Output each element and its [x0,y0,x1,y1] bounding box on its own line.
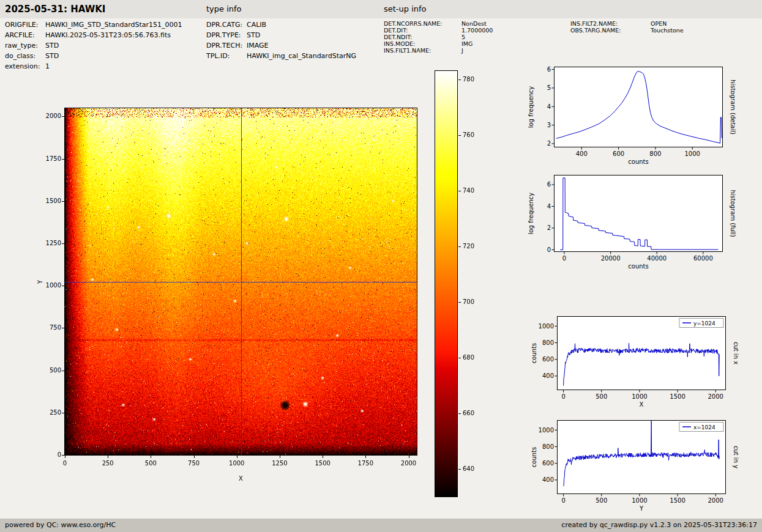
x-axis-label: X [65,475,417,482]
metadata-label: OBS.TARG.NAME: [570,27,651,34]
metadata-value: IMAGE [247,42,269,50]
y-tick-label: 800 [542,443,554,450]
metadata-value: 1 [45,62,50,70]
metadata-row: ARCFILE:HAWKI.2025-05-31T23:05:56.763.fi… [5,31,182,42]
y-tick-label: 3 [547,122,551,128]
metadata-label: extension: [5,62,45,70]
x-tick-label: 2000 [708,393,723,400]
x-tick-mark [65,456,65,458]
y-tick-mark [62,286,64,286]
cut_y-svg: 05001000150020004006008001000Ycountscut … [557,420,726,494]
x-tick-mark [365,456,366,458]
x-tick-label: 250 [95,460,120,467]
x-tick-label: 2000 [397,460,421,467]
colorbar-tick-label: 760 [463,131,474,138]
metadata-row: DET.NCORRS.NAME:NonDest [384,20,493,27]
colorbar-tick-mark [458,358,461,358]
type-info-heading: type info [206,0,242,18]
y-tick-mark [62,455,64,456]
metadata-label: DPR.TYPE: [206,31,247,39]
metadata-value: STD [45,52,59,60]
y-tick-label: 1750 [38,155,61,162]
y-tick-label: 5 [547,84,551,91]
metadata-value: HAWKI_img_cal_StandardStarNG [247,52,356,60]
right-axis-label: cut in y [733,446,739,468]
metadata-row: DPR.TECH:IMAGE [206,42,356,52]
metadata-row: extension:1 [5,62,182,73]
x-tick-label: 500 [596,497,607,504]
x-axis-label: Y [639,505,644,512]
x-tick-label: 60000 [693,255,713,262]
metadata-row: DET.DIT:1.7000000 [384,27,493,34]
y-tick-label: 1000 [539,427,554,434]
metadata-row: TPL.ID:HAWKI_img_cal_StandardStarNG [206,52,356,62]
metadata-value: HAWKI_IMG_STD_StandardStar151_0001 [45,21,182,29]
y-tick-mark [62,243,64,244]
metadata-row: ORIGFILE:HAWKI_IMG_STD_StandardStar151_0… [5,21,182,31]
y-tick-label: 2000 [38,113,61,119]
cut-in-y-chart: 05001000150020004006008001000Ycountscut … [557,420,726,494]
x-tick-mark [108,456,108,458]
page-title: 2025-05-31: HAWKI [5,0,105,18]
y-tick-label: 2 [547,224,551,231]
metadata-label: ORIGFILE: [5,21,45,29]
legend-label: y=1024 [693,320,715,327]
right-axis-label: histogram (full) [730,190,736,237]
y-tick-label: 750 [38,324,61,331]
y-tick-label: 1250 [38,240,61,246]
y-axis-label: counts [531,343,537,363]
colorbar-tick-mark [458,191,461,191]
footer-bar: powered by QC: www.eso.org/HC created by… [0,519,762,532]
x-tick-label: 750 [182,460,206,467]
x-tick-label: 0 [561,393,565,400]
metadata-value: HAWKI.2025-05-31T23:05:56.763.fits [45,31,171,39]
y-tick-label: 2 [547,140,551,147]
metadata-row: do_class:STD [5,52,182,62]
metadata-row: DPR.TYPE:STD [206,31,356,42]
metadata-value: STD [45,42,59,50]
metadata-label: INS.FILT2.NAME: [570,20,651,27]
cut-in-x-chart: 05001000150020004006008001000Xcountscut … [557,316,726,390]
metadata-value: STD [247,31,260,39]
metadata-value: J [461,47,463,54]
footer-created-by: created by qc_rawdisp.py v1.2.3 on 2025-… [561,519,757,532]
y-tick-label: 6 [547,66,551,73]
x-tick-label: 1500 [310,460,335,467]
metadata-label: DET.NCORRS.NAME: [384,20,461,27]
metadata-label: INS.MODE: [384,40,461,47]
y-tick-label: 600 [542,356,554,363]
right-axis-label: cut in x [733,342,739,364]
y-tick-label: 400 [542,476,554,483]
metadata-label: INS.FILT1.NAME: [384,47,461,54]
colorbar-tick-mark [458,413,461,414]
legend-label: x=1024 [693,424,715,430]
colorbar-tick-mark [458,246,461,247]
x-tick-label: 2000 [708,497,723,504]
metadata-label: TPL.ID: [206,52,247,60]
cut_x-svg: 05001000150020004006008001000Xcountscut … [557,316,726,390]
qc-report-page: 2025-05-31: HAWKI type info set-up info … [0,0,762,532]
x-tick-label: 800 [649,150,661,157]
colorbar-tick-mark [458,469,461,470]
x-tick-label: 1000 [225,460,249,467]
footer-powered-by: powered by QC: www.eso.org/HC [5,519,116,532]
colorbar-tick-label: 740 [463,187,474,194]
y-axis-label: counts [531,447,537,467]
y-axis-label: Y [37,279,43,283]
x-tick-label: 1000 [632,497,647,504]
y-tick-mark [62,201,64,202]
metadata-label: DPR.CATG: [206,21,247,29]
file-metadata: ORIGFILE:HAWKI_IMG_STD_StandardStar151_0… [5,21,182,73]
colorbar-tick-label: 780 [463,76,474,83]
y-tick-mark [62,328,64,328]
x-tick-label: 1000 [685,150,700,157]
y-tick-label: 250 [38,409,61,416]
metadata-value: 1.7000000 [461,27,493,34]
metadata-value: OPEN [651,20,667,27]
y-tick-label: 0 [38,451,61,458]
x-axis-label: counts [628,263,648,270]
x-tick-label: 0 [53,460,77,467]
x-tick-label: 1500 [670,497,685,504]
metadata-row: DPR.CATG:CALIB [206,21,356,31]
x-tick-label: 500 [138,460,163,467]
